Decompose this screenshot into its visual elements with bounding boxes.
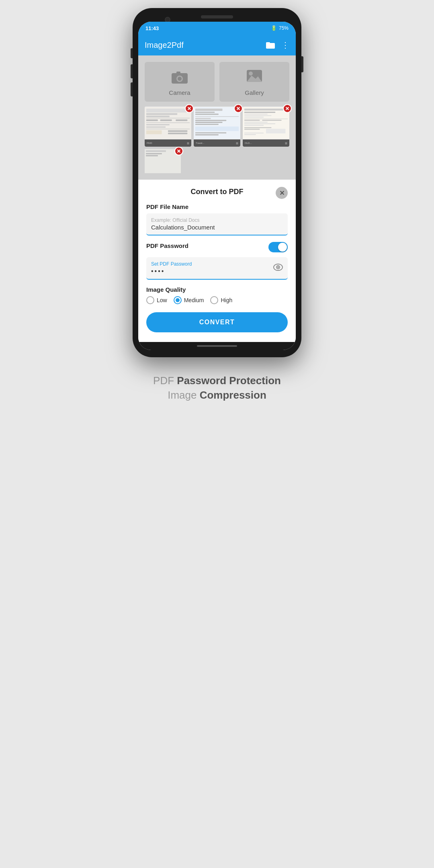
svg-rect-45 bbox=[244, 122, 268, 123]
svg-rect-23 bbox=[146, 130, 162, 134]
modal-close-button[interactable]: ✕ bbox=[276, 187, 288, 199]
camera-label: Camera bbox=[169, 89, 190, 96]
thumb-menu-2[interactable]: ≡ bbox=[236, 141, 238, 145]
extra-thumb-row bbox=[145, 149, 289, 173]
quality-medium[interactable]: Medium bbox=[174, 296, 204, 304]
toggle-thumb bbox=[278, 243, 287, 252]
svg-rect-40 bbox=[244, 115, 272, 116]
camera-tile[interactable]: Camera bbox=[145, 62, 215, 102]
file-name-input[interactable]: Example: Official Docs Calculations_Docu… bbox=[146, 213, 288, 235]
svg-rect-21 bbox=[168, 130, 187, 132]
thumb-footer-text-3: OLD... bbox=[245, 142, 252, 144]
app-bar: Image2Pdf ⋮ bbox=[138, 35, 296, 55]
home-bar bbox=[197, 345, 237, 347]
status-time: 11:43 bbox=[145, 25, 159, 31]
thumb-remove-btn-1[interactable] bbox=[185, 104, 194, 113]
svg-rect-30 bbox=[195, 120, 226, 121]
more-options-icon[interactable]: ⋮ bbox=[281, 40, 289, 50]
thumb-menu-1[interactable]: ≡ bbox=[187, 141, 189, 145]
password-dots: •••• bbox=[151, 268, 192, 275]
source-grid: Camera Gallery bbox=[145, 62, 289, 102]
svg-rect-35 bbox=[195, 134, 219, 135]
radio-high-outer bbox=[210, 296, 218, 304]
caption-image-plain: Image bbox=[168, 389, 200, 401]
eye-icon[interactable] bbox=[273, 264, 283, 273]
image-quality-label: Image Quality bbox=[146, 286, 288, 293]
thumb-remove-btn-3[interactable] bbox=[283, 104, 292, 113]
svg-rect-37 bbox=[244, 108, 288, 111]
svg-rect-41 bbox=[244, 117, 264, 118]
file-name-label: PDF File Name bbox=[146, 203, 288, 210]
svg-rect-28 bbox=[195, 117, 239, 117]
svg-rect-17 bbox=[146, 123, 190, 123]
svg-rect-11 bbox=[146, 113, 177, 115]
svg-rect-56 bbox=[146, 155, 158, 156]
svg-rect-51 bbox=[244, 133, 264, 133]
svg-rect-43 bbox=[244, 120, 260, 121]
thumb-remove-btn-2[interactable] bbox=[234, 104, 243, 113]
caption-line-1: PDF Password Protection bbox=[153, 373, 281, 388]
camera-icon bbox=[172, 70, 188, 87]
file-name-placeholder: Example: Official Docs bbox=[151, 217, 283, 223]
svg-rect-14 bbox=[146, 119, 158, 121]
svg-rect-10 bbox=[146, 108, 190, 113]
svg-rect-49 bbox=[244, 129, 260, 130]
gallery-tile[interactable]: Gallery bbox=[219, 62, 289, 102]
home-indicator bbox=[138, 342, 296, 350]
svg-rect-25 bbox=[195, 108, 223, 111]
phone-shell: 11:43 🔋 75% Image2Pdf ⋮ bbox=[133, 8, 301, 357]
set-password-label: Set PDF Password bbox=[151, 261, 192, 267]
power-button bbox=[301, 56, 303, 72]
svg-point-59 bbox=[277, 266, 279, 268]
svg-rect-33 bbox=[195, 127, 239, 131]
quality-options-row: Low Medium High bbox=[146, 296, 288, 304]
svg-rect-27 bbox=[195, 114, 219, 115]
extra-thumb-1 bbox=[145, 149, 181, 173]
modal-title-row: Convert to PDF ✕ bbox=[146, 188, 288, 196]
svg-rect-19 bbox=[146, 127, 166, 128]
status-right: 🔋 75% bbox=[271, 25, 289, 31]
thumb-menu-3[interactable]: ≡ bbox=[285, 141, 287, 145]
volume-mute-button bbox=[131, 48, 133, 58]
notch-area bbox=[138, 15, 296, 18]
password-input[interactable]: Set PDF Password •••• bbox=[146, 257, 288, 280]
svg-rect-12 bbox=[146, 116, 170, 117]
svg-rect-26 bbox=[195, 112, 215, 113]
svg-rect-31 bbox=[195, 122, 223, 123]
svg-rect-5 bbox=[176, 72, 180, 74]
radio-medium-label: Medium bbox=[184, 297, 204, 303]
svg-rect-44 bbox=[262, 120, 281, 121]
battery-icon: 🔋 bbox=[271, 25, 277, 31]
thumb-card-2: Travel... ≡ bbox=[194, 106, 240, 147]
convert-button[interactable]: CONVERT bbox=[146, 312, 288, 332]
gallery-label: Gallery bbox=[245, 89, 264, 96]
volume-up-button bbox=[131, 64, 133, 78]
radio-low-outer bbox=[146, 296, 154, 304]
modal-title: Convert to PDF bbox=[190, 188, 243, 196]
password-toggle[interactable] bbox=[268, 242, 288, 252]
quality-low[interactable]: Low bbox=[146, 296, 167, 304]
svg-rect-22 bbox=[168, 133, 187, 134]
pdf-password-row: PDF Password bbox=[146, 242, 288, 252]
svg-rect-34 bbox=[195, 132, 226, 133]
radio-low-label: Low bbox=[157, 297, 167, 303]
svg-rect-16 bbox=[176, 119, 187, 121]
volume-down-button bbox=[131, 82, 133, 96]
svg-rect-38 bbox=[244, 112, 275, 113]
folder-icon[interactable] bbox=[266, 41, 275, 49]
svg-rect-42 bbox=[244, 119, 288, 119]
svg-rect-32 bbox=[195, 124, 219, 125]
svg-rect-18 bbox=[146, 124, 170, 125]
gallery-icon bbox=[247, 70, 262, 87]
radio-medium-outer bbox=[174, 296, 182, 304]
app-bar-actions: ⋮ bbox=[266, 40, 289, 50]
image-area: Camera Gallery bbox=[138, 55, 296, 180]
quality-high[interactable]: High bbox=[210, 296, 232, 304]
thumbnails-row: PAID ≡ bbox=[145, 106, 289, 147]
svg-rect-1 bbox=[266, 42, 270, 44]
svg-rect-15 bbox=[160, 119, 172, 121]
status-bar: 11:43 🔋 75% bbox=[138, 22, 296, 35]
svg-rect-13 bbox=[146, 118, 190, 118]
thumb-card-1: PAID ≡ bbox=[145, 106, 191, 147]
thumb-remove-btn-4[interactable] bbox=[174, 147, 183, 156]
